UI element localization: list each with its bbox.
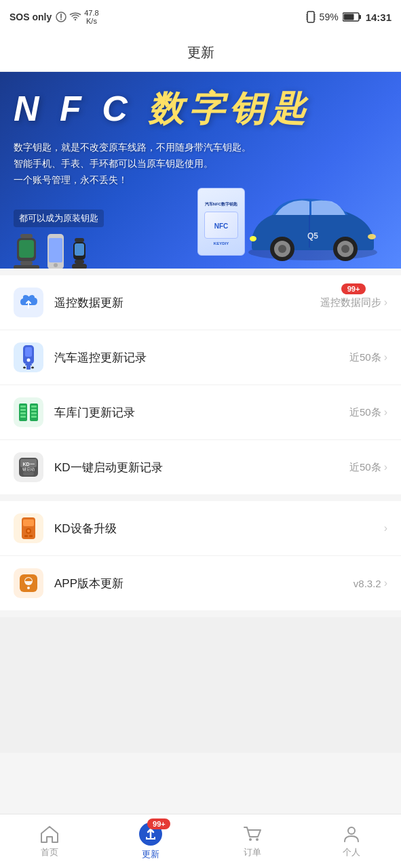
chevron-icon: › <box>384 296 387 309</box>
svg-rect-53 <box>31 416 37 418</box>
svg-rect-47 <box>20 412 26 414</box>
kd-upgrade-right: › <box>384 522 387 534</box>
svg-point-68 <box>249 838 252 841</box>
kd-device-icon <box>18 517 39 539</box>
banner-subtitle-title: 数字钥匙 <box>148 89 311 128</box>
app-update-label: APP版本更新 <box>54 576 123 591</box>
car-remote-right: 近50条 › <box>349 351 387 364</box>
nav-home[interactable]: 首页 <box>26 819 73 864</box>
remote-update-label: 遥控数据更新 <box>54 295 123 311</box>
nav-profile[interactable]: 个人 <box>328 819 375 864</box>
remote-data-update-item[interactable]: 遥控数据更新 遥控数据同步 › 99+ <box>0 275 401 330</box>
nav-update[interactable]: 99+ 更新 <box>126 817 176 866</box>
kd-start-icon-container: KD一 键启动 <box>14 452 43 482</box>
nfc-banner: N F C 数字钥匙 数字钥匙，就是不改变原车线路，不用随身带汽车钥匙。 智能手… <box>0 72 401 269</box>
svg-rect-16 <box>20 261 33 265</box>
kd-upgrade-label: KD设备升级 <box>54 521 117 536</box>
svg-point-43 <box>31 367 34 369</box>
svg-rect-12 <box>343 14 354 20</box>
svg-point-34 <box>368 234 376 239</box>
battery-icon <box>343 12 362 22</box>
update-badge: 99+ <box>341 283 366 294</box>
car-remote-record-item[interactable]: 汽车遥控更新记录 近50条 › <box>0 330 401 385</box>
svg-point-69 <box>256 838 259 841</box>
garage-icon-container <box>14 397 43 427</box>
profile-nav-label: 个人 <box>343 846 360 859</box>
watch-device-icon <box>14 234 39 269</box>
svg-rect-21 <box>75 238 84 242</box>
update-section: 遥控数据更新 遥控数据同步 › 99+ 汽车遥控更新记录 <box>0 275 401 494</box>
svg-rect-13 <box>20 234 33 238</box>
kd-device-icon-container <box>14 513 43 543</box>
banner-title: N F C 数字钥匙 <box>14 85 387 133</box>
kd-start-record-item[interactable]: KD一 键启动 KD一键启动更新记录 近50条 › <box>0 440 401 494</box>
car-remote-label: 汽车遥控更新记录 <box>54 350 147 366</box>
svg-rect-64 <box>29 535 33 537</box>
svg-point-42 <box>23 367 26 369</box>
page-title: 更新 <box>187 45 214 60</box>
garage-label: 车库门更新记录 <box>54 405 135 420</box>
svg-rect-17 <box>14 265 39 269</box>
svg-rect-23 <box>75 243 84 256</box>
svg-point-20 <box>54 263 58 267</box>
status-right: 59% 14:31 <box>306 11 392 23</box>
bottom-navigation: 首页 99+ 更新 订单 个人 <box>0 814 401 868</box>
svg-point-62 <box>27 530 30 532</box>
app-update-icon <box>18 573 39 593</box>
svg-point-2 <box>60 19 62 20</box>
garage-right: 近50条 › <box>349 406 387 419</box>
home-nav-icon <box>40 825 59 844</box>
cart-nav-icon <box>243 825 262 844</box>
svg-rect-45 <box>20 406 26 408</box>
chevron-icon-3: › <box>384 406 387 418</box>
svg-rect-25 <box>72 264 87 269</box>
chevron-icon-4: › <box>384 461 387 473</box>
time-display: 14:31 <box>366 12 392 23</box>
chevron-icon-5: › <box>384 522 387 534</box>
app-update-icon-container <box>14 568 43 598</box>
update-nav-label: 更新 <box>142 848 159 861</box>
nfc-box: 汽车NFC数字钥匙 NFC KEYDIY <box>197 188 245 256</box>
chevron-icon-6: › <box>384 577 387 589</box>
svg-rect-60 <box>23 519 34 526</box>
sos-label: SOS only <box>9 12 52 22</box>
update-nav-badge: 99+ <box>147 818 170 829</box>
signal-icons: 47.8 K/s <box>56 9 98 25</box>
svg-rect-3 <box>307 12 314 22</box>
svg-rect-40 <box>25 364 32 366</box>
kd-upgrade-item[interactable]: KD设备升级 › <box>0 501 401 556</box>
svg-rect-38 <box>25 347 32 357</box>
chevron-icon-2: › <box>384 351 387 363</box>
nav-orders[interactable]: 订单 <box>229 819 275 864</box>
garage-door-icon <box>18 403 39 422</box>
speed-display: 47.8 K/s <box>84 9 98 25</box>
svg-rect-11 <box>359 15 361 19</box>
car-key-icon-container <box>14 342 43 372</box>
garage-door-record-item[interactable]: 车库门更新记录 近50条 › <box>0 385 401 440</box>
svg-rect-15 <box>19 240 34 258</box>
kd-start-right: 近50条 › <box>349 461 387 474</box>
svg-text:KD一: KD一 <box>22 462 34 467</box>
banner-nfc: N F C <box>14 89 133 128</box>
svg-rect-63 <box>24 535 28 537</box>
banner-subtitle: 数字钥匙，就是不改变原车线路，不用随身带汽车钥匙。 智能手机、手表、手环都可以当… <box>14 140 387 188</box>
svg-point-39 <box>27 359 31 362</box>
battery-percent: 59% <box>320 12 339 22</box>
app-update-right: v8.3.2 › <box>354 577 387 589</box>
phone-device-icon <box>46 234 65 269</box>
svg-rect-41 <box>26 366 31 370</box>
kd-start-label: KD一键启动更新记录 <box>54 460 163 475</box>
svg-point-35 <box>250 236 256 241</box>
svg-rect-52 <box>31 412 37 414</box>
svg-point-33 <box>341 245 349 253</box>
remote-update-right: 遥控数据同步 › <box>320 296 387 309</box>
banner-label: 都可以成为原装钥匙 <box>14 210 104 227</box>
device-section: KD设备升级 › APP版本更新 v8.3.2 › <box>0 501 401 610</box>
cloud-icon-container <box>14 288 43 317</box>
app-update-item[interactable]: APP版本更新 v8.3.2 › <box>0 556 401 610</box>
phone-icon <box>306 11 316 23</box>
banner-devices <box>14 234 104 269</box>
svg-rect-48 <box>20 416 26 418</box>
svg-rect-24 <box>75 260 84 264</box>
upload-arrow-icon <box>144 827 157 841</box>
